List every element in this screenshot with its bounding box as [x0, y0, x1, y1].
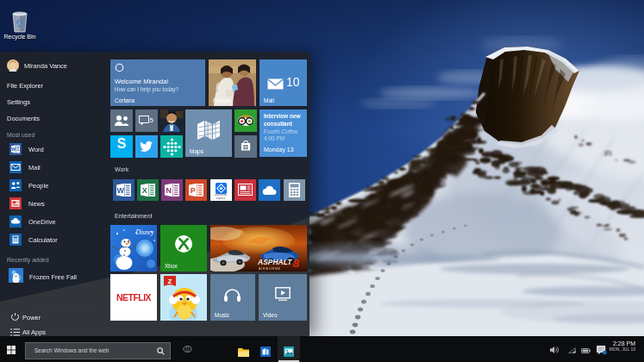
svg-text:8: 8	[293, 257, 300, 270]
svg-text:P: P	[191, 186, 196, 195]
svg-text:Z: Z	[168, 278, 172, 285]
svg-text:Disney: Disney	[135, 228, 154, 236]
svg-text:N: N	[166, 186, 172, 195]
svg-text:W: W	[116, 186, 124, 195]
svg-text:ASPHALT: ASPHALT	[257, 258, 292, 266]
svg-text:A I R B O R N E: A I R B O R N E	[259, 266, 281, 270]
svg-text:X: X	[141, 186, 147, 195]
svg-text:W: W	[11, 147, 16, 152]
